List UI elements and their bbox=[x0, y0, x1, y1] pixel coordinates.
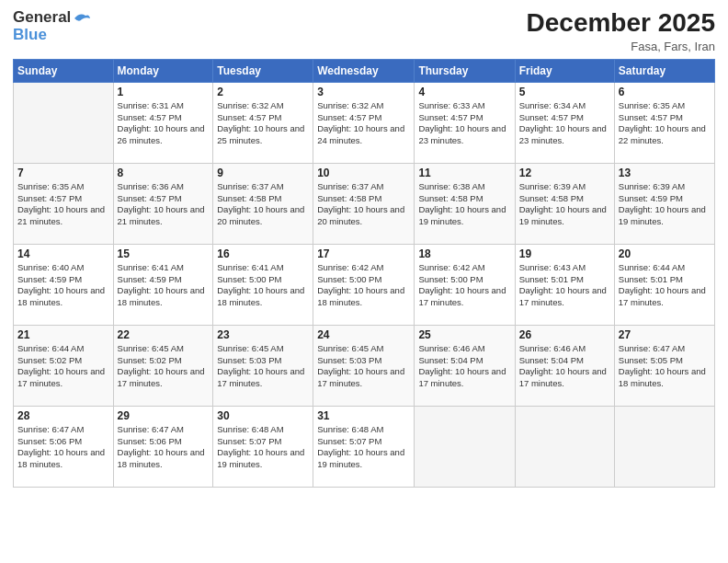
daylight-text: Daylight: 10 hours and 18 minutes. bbox=[217, 285, 304, 307]
day-number: 12 bbox=[519, 167, 610, 179]
day-details: Sunrise: 6:39 AM Sunset: 4:59 PM Dayligh… bbox=[619, 181, 711, 228]
day-details: Sunrise: 6:46 AM Sunset: 5:04 PM Dayligh… bbox=[519, 343, 610, 390]
sunset-text: Sunset: 5:00 PM bbox=[418, 274, 483, 284]
daylight-text: Daylight: 10 hours and 18 minutes. bbox=[118, 285, 205, 307]
logo-blue: Blue bbox=[13, 27, 91, 44]
daylight-text: Daylight: 10 hours and 19 minutes. bbox=[519, 204, 607, 226]
sunset-text: Sunset: 4:57 PM bbox=[519, 112, 584, 122]
sunset-text: Sunset: 4:59 PM bbox=[619, 193, 683, 203]
logo-general: General bbox=[13, 9, 91, 27]
sunset-text: Sunset: 4:59 PM bbox=[118, 274, 182, 284]
calendar-day-cell: 6 Sunrise: 6:35 AM Sunset: 4:57 PM Dayli… bbox=[614, 82, 714, 163]
page: General Blue December 2025 Fasa, Fars, I… bbox=[0, 0, 728, 563]
sunset-text: Sunset: 5:04 PM bbox=[418, 355, 483, 365]
daylight-text: Daylight: 10 hours and 17 minutes. bbox=[17, 366, 105, 388]
sunset-text: Sunset: 5:04 PM bbox=[519, 355, 584, 365]
calendar-day-cell bbox=[14, 82, 114, 163]
col-sunday: Sunday bbox=[14, 59, 114, 82]
sunrise-text: Sunrise: 6:42 AM bbox=[418, 262, 484, 272]
daylight-text: Daylight: 10 hours and 21 minutes. bbox=[118, 204, 205, 226]
sunset-text: Sunset: 4:57 PM bbox=[118, 193, 182, 203]
calendar-day-cell: 16 Sunrise: 6:41 AM Sunset: 5:00 PM Dayl… bbox=[213, 244, 313, 325]
sunset-text: Sunset: 4:58 PM bbox=[519, 193, 584, 203]
col-friday: Friday bbox=[515, 59, 614, 82]
sunset-text: Sunset: 4:57 PM bbox=[418, 112, 483, 122]
sunset-text: Sunset: 5:00 PM bbox=[217, 274, 281, 284]
day-number: 14 bbox=[17, 247, 109, 260]
daylight-text: Daylight: 10 hours and 18 minutes. bbox=[619, 366, 706, 388]
calendar-day-cell: 17 Sunrise: 6:42 AM Sunset: 5:00 PM Dayl… bbox=[313, 244, 415, 325]
sunrise-text: Sunrise: 6:37 AM bbox=[217, 181, 283, 191]
sunset-text: Sunset: 5:02 PM bbox=[118, 355, 182, 365]
sunset-text: Sunset: 4:57 PM bbox=[118, 112, 182, 122]
logo-bird-icon bbox=[73, 12, 91, 25]
month-year-title: December 2025 bbox=[527, 9, 715, 38]
calendar-day-cell: 21 Sunrise: 6:44 AM Sunset: 5:02 PM Dayl… bbox=[14, 325, 114, 406]
title-block: December 2025 Fasa, Fars, Iran bbox=[527, 9, 715, 53]
day-number: 31 bbox=[317, 409, 410, 422]
header: General Blue December 2025 Fasa, Fars, I… bbox=[13, 9, 715, 53]
day-details: Sunrise: 6:39 AM Sunset: 4:58 PM Dayligh… bbox=[519, 181, 610, 228]
day-number: 23 bbox=[217, 328, 309, 341]
sunset-text: Sunset: 5:03 PM bbox=[317, 355, 381, 365]
calendar-day-cell: 31 Sunrise: 6:48 AM Sunset: 5:07 PM Dayl… bbox=[313, 406, 415, 487]
day-number: 8 bbox=[118, 167, 210, 179]
sunrise-text: Sunrise: 6:46 AM bbox=[519, 343, 586, 353]
sunrise-text: Sunrise: 6:47 AM bbox=[118, 424, 184, 434]
sunrise-text: Sunrise: 6:39 AM bbox=[619, 181, 685, 191]
daylight-text: Daylight: 10 hours and 19 minutes. bbox=[619, 204, 706, 226]
calendar-day-cell: 19 Sunrise: 6:43 AM Sunset: 5:01 PM Dayl… bbox=[515, 244, 614, 325]
sunset-text: Sunset: 4:58 PM bbox=[418, 193, 483, 203]
sunrise-text: Sunrise: 6:38 AM bbox=[418, 181, 484, 191]
calendar-day-cell: 20 Sunrise: 6:44 AM Sunset: 5:01 PM Dayl… bbox=[614, 244, 714, 325]
day-details: Sunrise: 6:31 AM Sunset: 4:57 PM Dayligh… bbox=[118, 100, 210, 147]
calendar-day-cell bbox=[415, 406, 515, 487]
day-details: Sunrise: 6:47 AM Sunset: 5:06 PM Dayligh… bbox=[17, 424, 109, 471]
sunset-text: Sunset: 5:00 PM bbox=[317, 274, 381, 284]
sunrise-text: Sunrise: 6:42 AM bbox=[317, 262, 383, 272]
day-number: 13 bbox=[619, 167, 711, 179]
daylight-text: Daylight: 10 hours and 25 minutes. bbox=[217, 123, 304, 145]
daylight-text: Daylight: 10 hours and 20 minutes. bbox=[217, 204, 304, 226]
day-number: 24 bbox=[317, 328, 410, 341]
calendar-day-cell: 22 Sunrise: 6:45 AM Sunset: 5:02 PM Dayl… bbox=[113, 325, 213, 406]
calendar-day-cell: 24 Sunrise: 6:45 AM Sunset: 5:03 PM Dayl… bbox=[313, 325, 415, 406]
calendar-day-cell: 5 Sunrise: 6:34 AM Sunset: 4:57 PM Dayli… bbox=[515, 82, 614, 163]
day-details: Sunrise: 6:47 AM Sunset: 5:05 PM Dayligh… bbox=[619, 343, 711, 390]
sunset-text: Sunset: 5:06 PM bbox=[17, 436, 82, 446]
day-details: Sunrise: 6:45 AM Sunset: 5:03 PM Dayligh… bbox=[217, 343, 309, 390]
calendar-day-cell: 23 Sunrise: 6:45 AM Sunset: 5:03 PM Dayl… bbox=[213, 325, 313, 406]
col-saturday: Saturday bbox=[614, 59, 714, 82]
daylight-text: Daylight: 10 hours and 17 minutes. bbox=[619, 285, 706, 307]
calendar-day-cell: 4 Sunrise: 6:33 AM Sunset: 4:57 PM Dayli… bbox=[415, 82, 515, 163]
day-details: Sunrise: 6:46 AM Sunset: 5:04 PM Dayligh… bbox=[418, 343, 510, 390]
daylight-text: Daylight: 10 hours and 18 minutes. bbox=[317, 285, 404, 307]
calendar-day-cell: 12 Sunrise: 6:39 AM Sunset: 4:58 PM Dayl… bbox=[515, 163, 614, 244]
calendar-day-cell: 28 Sunrise: 6:47 AM Sunset: 5:06 PM Dayl… bbox=[14, 406, 114, 487]
col-monday: Monday bbox=[113, 59, 213, 82]
day-details: Sunrise: 6:48 AM Sunset: 5:07 PM Dayligh… bbox=[217, 424, 309, 471]
day-details: Sunrise: 6:36 AM Sunset: 4:57 PM Dayligh… bbox=[118, 181, 210, 228]
location-subtitle: Fasa, Fars, Iran bbox=[527, 40, 715, 53]
day-details: Sunrise: 6:42 AM Sunset: 5:00 PM Dayligh… bbox=[317, 262, 410, 309]
day-details: Sunrise: 6:44 AM Sunset: 5:02 PM Dayligh… bbox=[17, 343, 109, 390]
calendar-day-cell: 2 Sunrise: 6:32 AM Sunset: 4:57 PM Dayli… bbox=[213, 82, 313, 163]
calendar-week-row: 14 Sunrise: 6:40 AM Sunset: 4:59 PM Dayl… bbox=[14, 244, 715, 325]
daylight-text: Daylight: 10 hours and 17 minutes. bbox=[317, 366, 404, 388]
sunrise-text: Sunrise: 6:32 AM bbox=[217, 100, 283, 110]
daylight-text: Daylight: 10 hours and 20 minutes. bbox=[317, 204, 404, 226]
sunrise-text: Sunrise: 6:32 AM bbox=[317, 100, 383, 110]
sunset-text: Sunset: 4:58 PM bbox=[317, 193, 381, 203]
calendar-day-cell: 18 Sunrise: 6:42 AM Sunset: 5:00 PM Dayl… bbox=[415, 244, 515, 325]
sunrise-text: Sunrise: 6:37 AM bbox=[317, 181, 383, 191]
daylight-text: Daylight: 10 hours and 18 minutes. bbox=[17, 285, 105, 307]
day-number: 25 bbox=[418, 328, 510, 341]
day-number: 3 bbox=[317, 86, 410, 98]
calendar-day-cell: 11 Sunrise: 6:38 AM Sunset: 4:58 PM Dayl… bbox=[415, 163, 515, 244]
daylight-text: Daylight: 10 hours and 17 minutes. bbox=[519, 366, 607, 388]
sunset-text: Sunset: 4:58 PM bbox=[217, 193, 281, 203]
day-number: 6 bbox=[619, 86, 711, 98]
sunrise-text: Sunrise: 6:39 AM bbox=[519, 181, 586, 191]
day-number: 30 bbox=[217, 409, 309, 422]
sunrise-text: Sunrise: 6:48 AM bbox=[317, 424, 383, 434]
